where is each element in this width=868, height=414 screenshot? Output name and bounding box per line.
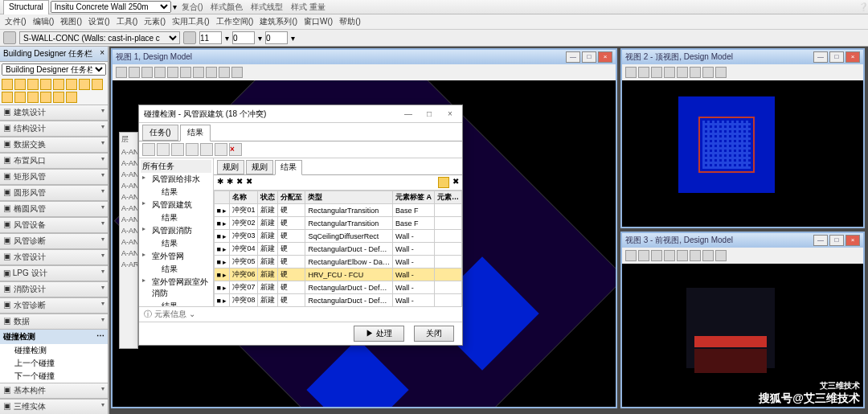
item-next-collision[interactable]: 下一个碰撞 <box>0 370 108 383</box>
menu-settings[interactable]: 设置() <box>88 16 110 27</box>
field-zero1[interactable] <box>232 31 255 44</box>
chevron-down-icon[interactable]: ▾ <box>173 2 177 11</box>
tool-icon[interactable] <box>92 79 103 90</box>
accordion-item[interactable]: ▣ 结构设计 <box>0 121 108 137</box>
max-icon[interactable]: □ <box>422 109 436 118</box>
tree-node[interactable]: 风管跟消防 <box>141 224 211 237</box>
view-tool-icon[interactable] <box>677 250 688 261</box>
accordion-item[interactable]: ▣ 消防设计 <box>0 281 108 297</box>
folder-icon[interactable] <box>438 177 449 188</box>
table-row[interactable]: ■ ▸冲突02新建硬RectangularTransitionBase F <box>214 217 462 230</box>
min-icon[interactable]: — <box>401 109 416 118</box>
list-item[interactable]: A-ANI <box>120 191 137 203</box>
menu-building[interactable]: 建筑系列() <box>260 16 297 27</box>
field-num[interactable] <box>199 31 222 44</box>
accordion-item[interactable]: ▣ LPG 设计 <box>0 265 108 281</box>
column-header[interactable] <box>214 191 230 204</box>
results-grid[interactable]: 名称状态分配至类型元素标签 A元素…■ ▸冲突01新建硬RectangularT… <box>214 190 463 306</box>
table-row[interactable]: ■ ▸冲突03新建硬SqCeilingDiffuserRectWall - <box>214 230 462 243</box>
tool-icon[interactable] <box>14 92 26 103</box>
max-icon[interactable]: □ <box>582 51 596 63</box>
view-tool-icon[interactable] <box>206 67 217 78</box>
accordion-item[interactable]: ▣ 基本构件 <box>0 383 108 399</box>
view-tool-icon[interactable] <box>154 67 166 78</box>
tree-node[interactable]: 室外管网跟室外消防 <box>141 276 211 300</box>
help-icon[interactable]: ❔ <box>858 2 868 11</box>
menu-workspace[interactable]: 工作空间() <box>216 16 254 27</box>
list-item[interactable]: A-ANI <box>120 158 137 169</box>
tree-leaf[interactable]: 结果 <box>141 237 211 250</box>
column-header[interactable]: 状态 <box>258 191 278 204</box>
close-icon[interactable]: × <box>845 51 860 63</box>
tab-structural[interactable]: Structural <box>3 0 49 14</box>
process-button[interactable]: ▶ 处理 <box>354 326 404 342</box>
tool-icon[interactable] <box>14 79 26 90</box>
tool-icon[interactable] <box>66 79 77 90</box>
tool-icon[interactable] <box>2 92 13 103</box>
view-tool-icon[interactable] <box>702 250 714 261</box>
menu-element[interactable]: 元素() <box>144 16 166 27</box>
delete-icon[interactable]: ✖ <box>452 177 459 188</box>
list-item[interactable]: A-ANI <box>120 169 137 180</box>
tool-icon[interactable] <box>142 143 155 156</box>
view-tool-icon[interactable] <box>193 67 204 78</box>
close-icon[interactable]: × <box>598 51 612 63</box>
accordion-item[interactable]: ▣ 建筑设计 <box>0 105 108 121</box>
lock-icon[interactable] <box>3 31 16 44</box>
close-icon[interactable]: × <box>845 235 860 246</box>
view-tool-icon[interactable] <box>690 67 701 78</box>
view-tool-icon[interactable] <box>625 67 637 78</box>
view-tool-icon[interactable] <box>664 67 675 78</box>
table-row[interactable]: ■ ▸冲突06新建硬HRV_FCU - FCUWall - <box>214 268 462 281</box>
approve-icon[interactable]: ✱ <box>227 177 233 188</box>
tool-icon[interactable] <box>215 143 227 156</box>
accordion-item[interactable]: ▣ 数据交换 <box>0 137 108 153</box>
task-combo[interactable]: Building Designer 任务栏 <box>2 64 106 76</box>
view-tool-icon[interactable] <box>677 67 688 78</box>
close-button[interactable]: 关闭 <box>414 326 454 342</box>
accordion-item[interactable]: ▣ 布置风口 <box>0 153 108 169</box>
tool-icon[interactable] <box>27 92 39 103</box>
list-item[interactable]: A-ARE <box>120 259 137 270</box>
approve-icon[interactable]: ✱ <box>217 177 223 188</box>
table-row[interactable]: ■ ▸冲突04新建硬RectangularDuct - Def…Wall - <box>214 243 462 256</box>
max-icon[interactable]: □ <box>829 51 844 63</box>
group-styleline[interactable]: 样式线型 <box>248 2 286 13</box>
menu-util[interactable]: 实用工具() <box>172 16 210 27</box>
menu-edit[interactable]: 编辑() <box>33 16 55 27</box>
table-row[interactable]: ■ ▸冲突08新建硬RectangularDuct - Def…Wall - <box>214 294 462 307</box>
tool-icon[interactable] <box>79 79 90 90</box>
item-prev-collision[interactable]: 上一个碰撞 <box>0 357 108 370</box>
view-tool-icon[interactable] <box>638 250 649 261</box>
accordion-item[interactable]: ▣ 水管设计 <box>0 249 108 265</box>
menu-view[interactable]: 视图() <box>60 16 82 27</box>
view-tool-icon[interactable] <box>219 67 230 78</box>
view-tool-icon[interactable] <box>651 250 662 261</box>
accordion-item[interactable]: ▣ 风管诊断 <box>0 233 108 249</box>
view-tool-icon[interactable] <box>231 67 243 78</box>
max-icon[interactable]: □ <box>829 235 844 246</box>
delete-icon[interactable]: × <box>229 143 242 156</box>
grid-icon[interactable] <box>183 31 196 44</box>
view-tool-icon[interactable] <box>180 67 191 78</box>
view-tool-icon[interactable] <box>625 250 637 261</box>
table-row[interactable]: ■ ▸冲突07新建硬RectangularDuct - Def…Wall - <box>214 281 462 294</box>
tool-icon[interactable] <box>200 143 213 156</box>
accordion-item[interactable]: ▣ 矩形风管 <box>0 169 108 185</box>
menu-file[interactable]: 文件() <box>5 16 27 27</box>
column-header[interactable]: 名称 <box>230 191 258 204</box>
view-tool-icon[interactable] <box>702 67 714 78</box>
tool-icon[interactable] <box>171 143 184 156</box>
column-header[interactable]: 分配至 <box>278 191 305 204</box>
tree-node[interactable]: 风管跟建筑 <box>141 199 211 211</box>
tree-node[interactable]: 风管跟给排水 <box>141 173 211 186</box>
tool-icon[interactable] <box>186 143 199 156</box>
section-collision[interactable]: 碰撞检测⋯ <box>0 330 108 344</box>
table-row[interactable]: ■ ▸冲突01新建硬RectangularTransitionBase F <box>214 204 462 217</box>
group-stylecolor[interactable]: 样式颜色 <box>207 2 246 13</box>
close-icon[interactable]: × <box>100 48 104 59</box>
view-tool-icon[interactable] <box>116 67 127 78</box>
view-tool-icon[interactable] <box>167 67 178 78</box>
list-item[interactable]: A-ANI <box>120 146 137 158</box>
tree-leaf[interactable]: 结果 <box>141 186 211 199</box>
